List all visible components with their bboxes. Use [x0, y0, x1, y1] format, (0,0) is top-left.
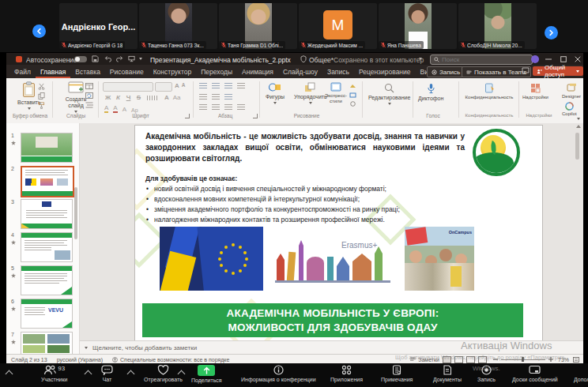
tab-draw[interactable]: Рисование: [105, 65, 149, 78]
participant-tile[interactable]: Яна Панішева: [379, 3, 457, 49]
participant-tile[interactable]: Андрієнко Геор... Андрієнко Георгій G 18: [59, 3, 138, 49]
redo-button[interactable]: [116, 55, 123, 62]
participants-chevron-icon[interactable]: [85, 370, 92, 378]
slide-thumbnail-2-selected[interactable]: [21, 166, 74, 197]
tab-slideshow[interactable]: Слайд-шоу: [278, 65, 322, 78]
dictate-button[interactable]: Диктофон: [418, 83, 443, 102]
participants-button[interactable]: 93 Участники: [41, 365, 67, 382]
addins-button[interactable]: Надстройки: [522, 83, 548, 100]
participant-tile[interactable]: СлобоДІН Микола 20...: [458, 3, 537, 49]
maximize-button[interactable]: [560, 56, 567, 62]
meeting-info-button[interactable]: Информация о конференции: [241, 365, 316, 382]
slide-thumbnail-5[interactable]: [21, 265, 73, 295]
character-spacing-icon[interactable]: [147, 96, 158, 100]
bold-button[interactable]: Ж: [104, 94, 111, 101]
fit-to-window-button[interactable]: [573, 357, 579, 363]
save-location-label[interactable]: Сохранено в этот компьютер: [334, 56, 424, 64]
participant-tile[interactable]: М Жердецький Максим ...: [299, 3, 377, 49]
font-dialog-launcher[interactable]: [185, 114, 190, 118]
thumbnails-scrollbar[interactable]: [74, 187, 77, 239]
language-label[interactable]: русский (Украина): [57, 357, 103, 363]
autosave-toggle[interactable]: [74, 56, 87, 62]
notes-placeholder[interactable]: Щелкните, чтобы добавить заметки: [92, 344, 197, 351]
animation-star-icon: [11, 141, 16, 145]
slide-editor[interactable]: Академічна мобільність - це можливість з…: [135, 126, 542, 340]
collapse-ribbon-icon[interactable]: [577, 118, 580, 120]
share-button[interactable]: Общий доступ: [533, 66, 583, 76]
slide-layout-icon[interactable]: [85, 83, 93, 89]
record-button[interactable]: Запись: [427, 66, 465, 77]
italic-button[interactable]: К: [115, 94, 122, 101]
slide-thumbnail-4[interactable]: [21, 232, 73, 262]
slide-thumbnail-1[interactable]: [21, 133, 73, 163]
chat-chevron-icon[interactable]: [127, 370, 135, 378]
font-name-combo[interactable]: [103, 82, 153, 92]
reset-slide-icon[interactable]: [85, 92, 93, 99]
copy-icon[interactable]: [38, 92, 45, 100]
tab-animations[interactable]: Анимация: [237, 65, 278, 78]
tab-file[interactable]: Файл: [9, 65, 36, 78]
section-icon[interactable]: [85, 102, 93, 108]
undo-button[interactable]: [104, 55, 111, 62]
participant-name-badge: СлобоДІН Микола 20...: [458, 41, 525, 49]
editing-button[interactable]: Редактирование: [368, 83, 410, 105]
more-button[interactable]: Дополнительно: [574, 365, 588, 382]
underline-button[interactable]: Ч: [125, 94, 132, 101]
canvas-scrollbar[interactable]: [575, 133, 579, 160]
shapes-button[interactable]: Фигуры: [266, 82, 285, 104]
audio-options-chevron-icon[interactable]: [6, 370, 13, 378]
designer-button[interactable]: Designer: [562, 83, 581, 100]
apps-button[interactable]: Приложения: [330, 365, 363, 382]
share-screen-button[interactable]: Поделиться: [191, 365, 222, 383]
docs-button[interactable]: Документы: [433, 365, 462, 382]
account-avatar[interactable]: [531, 55, 539, 63]
tab-review[interactable]: Рецензирование: [354, 65, 416, 78]
search-box[interactable]: [430, 54, 533, 65]
font-resize-buttons[interactable]: AA: [175, 82, 185, 89]
chat-button[interactable]: Чат: [101, 365, 113, 382]
collapse-notes-icon[interactable]: [85, 347, 88, 349]
close-button[interactable]: [575, 56, 581, 62]
font-size-combo[interactable]: [155, 82, 172, 92]
record-meeting-button[interactable]: Запись: [477, 365, 496, 382]
slide-thumbnail-7[interactable]: [21, 332, 73, 355]
sensitivity-button[interactable]: Конфиденциальность: [463, 83, 515, 100]
font-color-buttons[interactable]: A A A Ap: [104, 104, 138, 113]
tab-record[interactable]: Запись: [322, 65, 354, 78]
paragraph-dialog-launcher[interactable]: [253, 114, 258, 118]
align-buttons[interactable]: [199, 104, 245, 111]
quick-styles-button[interactable]: Экспресс-стили: [324, 82, 348, 104]
list-buttons[interactable]: [199, 83, 245, 89]
arrange-button[interactable]: Упорядочить: [294, 82, 327, 104]
share-scope-label[interactable]: Общее*: [309, 56, 334, 64]
minimize-button[interactable]: [545, 58, 552, 60]
search-input[interactable]: [442, 56, 513, 63]
start-presentation-icon[interactable]: [128, 55, 135, 62]
text-effects-buttons[interactable]: AAa: [164, 94, 181, 101]
accessibility-status[interactable]: Специальные возможности: все в порядке: [120, 357, 229, 363]
cut-icon[interactable]: [38, 83, 45, 90]
whiteboard-icon: [529, 365, 541, 375]
indent-buttons[interactable]: [199, 94, 232, 100]
notes-app-button[interactable]: Примечания: [381, 365, 413, 382]
tab-transitions[interactable]: Переходы: [196, 65, 237, 78]
participant-tile[interactable]: Таня Грамма D1 Облі...: [219, 3, 297, 49]
next-participants-button[interactable]: [545, 26, 558, 39]
format-painter-icon[interactable]: [38, 102, 45, 109]
prev-participants-button[interactable]: [32, 24, 46, 38]
slide-thumbnail-3[interactable]: [21, 199, 73, 229]
canvas-scroll-up-icon[interactable]: [576, 125, 581, 128]
save-button[interactable]: [92, 55, 99, 62]
shape-format-buttons[interactable]: [349, 84, 356, 107]
tab-design[interactable]: Конструктор: [149, 65, 196, 78]
strikethrough-button[interactable]: S: [135, 94, 142, 101]
copilot-button[interactable]: Copilot: [562, 102, 577, 117]
tab-insert[interactable]: Вставка: [70, 65, 105, 78]
participant-tile[interactable]: Таценко Ганна 073 Зк...: [139, 3, 217, 49]
slide-thumbnail-6[interactable]: VEVU: [21, 299, 73, 329]
tab-home[interactable]: Главная: [36, 65, 70, 78]
quick-access-menu-icon[interactable]: [139, 58, 142, 60]
comments-icon[interactable]: [522, 67, 530, 75]
whiteboards-button[interactable]: Доски сообщений: [512, 365, 558, 382]
drawing-group-label: Рисование: [285, 113, 329, 118]
